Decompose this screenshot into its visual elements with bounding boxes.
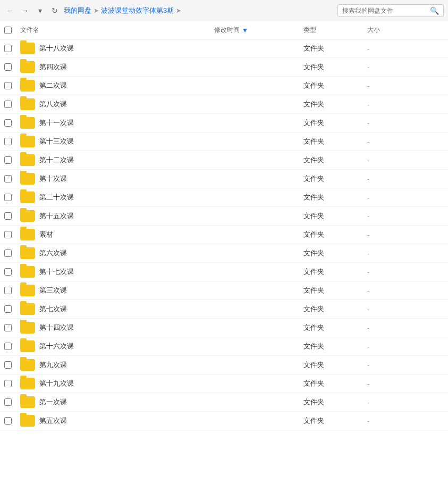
table-row[interactable]: 第十八次课 文件夹 - — [0, 39, 448, 58]
table-row[interactable]: 第二次课 文件夹 - — [0, 77, 448, 95]
row-checkbox-2[interactable] — [0, 82, 16, 89]
checkbox-4[interactable] — [4, 119, 12, 127]
row-checkbox-1[interactable] — [0, 63, 16, 71]
row-size-14: - — [363, 305, 416, 313]
row-name-text-7: 第十次课 — [39, 174, 67, 184]
folder-icon-10 — [20, 229, 35, 240]
row-checkbox-19[interactable] — [0, 398, 16, 406]
table-row[interactable]: 第二十次课 文件夹 - — [0, 188, 448, 207]
table-row[interactable]: 第八次课 文件夹 - — [0, 95, 448, 114]
row-size-13: - — [363, 287, 416, 295]
row-checkbox-12[interactable] — [0, 268, 16, 276]
row-size-4: - — [363, 119, 416, 127]
row-name-text-19: 第一次课 — [39, 397, 67, 407]
row-checkbox-16[interactable] — [0, 343, 16, 350]
table-row[interactable]: 第十七次课 文件夹 - — [0, 263, 448, 281]
search-button[interactable]: 🔍 — [430, 6, 439, 15]
table-row[interactable]: 第十二次课 文件夹 - — [0, 151, 448, 170]
row-name-7: 第十次课 — [16, 173, 214, 185]
select-all-checkbox[interactable] — [4, 27, 12, 34]
row-checkbox-5[interactable] — [0, 138, 16, 145]
search-input[interactable] — [342, 7, 427, 14]
row-checkbox-20[interactable] — [0, 417, 16, 425]
checkbox-7[interactable] — [4, 175, 12, 182]
row-type-1: 文件夹 — [299, 62, 363, 72]
checkbox-16[interactable] — [4, 343, 12, 350]
checkbox-11[interactable] — [4, 250, 12, 257]
folder-icon-18 — [20, 378, 35, 389]
row-checkbox-11[interactable] — [0, 250, 16, 257]
table-row[interactable]: 第十六次课 文件夹 - — [0, 337, 448, 356]
checkbox-2[interactable] — [4, 82, 12, 89]
refresh-button[interactable]: ↻ — [49, 5, 61, 16]
table-row[interactable]: 第一次课 文件夹 - — [0, 393, 448, 412]
row-size-9: - — [363, 212, 416, 220]
table-row[interactable]: 第十九次课 文件夹 - — [0, 375, 448, 393]
row-checkbox-3[interactable] — [0, 101, 16, 108]
row-type-17: 文件夹 — [299, 360, 363, 370]
checkbox-17[interactable] — [4, 361, 12, 369]
checkbox-3[interactable] — [4, 101, 12, 108]
table-row[interactable]: 第六次课 文件夹 - — [0, 244, 448, 263]
table-row[interactable]: 第十一次课 文件夹 - — [0, 114, 448, 132]
checkbox-5[interactable] — [4, 138, 12, 145]
row-checkbox-9[interactable] — [0, 212, 16, 220]
row-checkbox-6[interactable] — [0, 156, 16, 164]
folder-icon-11 — [20, 247, 35, 259]
breadcrumb: 我的网盘 ➤ 波波课堂动效字体第3期 ➤ — [64, 6, 334, 15]
dropdown-button[interactable]: ▾ — [34, 5, 46, 16]
table-row[interactable]: 第十四次课 文件夹 - — [0, 319, 448, 337]
row-name-text-4: 第十一次课 — [39, 118, 74, 128]
row-type-8: 文件夹 — [299, 193, 363, 202]
row-checkbox-8[interactable] — [0, 194, 16, 201]
table-row[interactable]: 第四次课 文件夹 - — [0, 58, 448, 77]
row-name-10: 素材 — [16, 229, 214, 240]
checkbox-13[interactable] — [4, 287, 12, 294]
breadcrumb-folder[interactable]: 波波课堂动效字体第3期 — [101, 6, 174, 15]
row-name-11: 第六次课 — [16, 247, 214, 259]
breadcrumb-mycloud[interactable]: 我的网盘 — [64, 6, 91, 15]
header-type: 类型 — [299, 26, 363, 35]
row-name-3: 第八次课 — [16, 98, 214, 110]
row-type-6: 文件夹 — [299, 155, 363, 165]
row-checkbox-10[interactable] — [0, 231, 16, 238]
forward-button[interactable]: → — [19, 5, 31, 16]
row-checkbox-18[interactable] — [0, 380, 16, 387]
checkbox-14[interactable] — [4, 305, 12, 313]
table-row[interactable]: 素材 文件夹 - — [0, 226, 448, 244]
row-name-text-16: 第十六次课 — [39, 342, 74, 351]
table-row[interactable]: 第十五次课 文件夹 - — [0, 207, 448, 226]
row-checkbox-17[interactable] — [0, 361, 16, 369]
checkbox-20[interactable] — [4, 417, 12, 425]
header-modified[interactable]: 修改时间 ▼ — [214, 26, 299, 35]
row-type-19: 文件夹 — [299, 397, 363, 407]
row-checkbox-0[interactable] — [0, 45, 16, 52]
row-name-text-14: 第七次课 — [39, 304, 67, 314]
row-checkbox-7[interactable] — [0, 175, 16, 182]
row-name-text-1: 第四次课 — [39, 62, 67, 72]
back-button[interactable]: ← — [4, 5, 16, 16]
table-row[interactable]: 第五次课 文件夹 - — [0, 412, 448, 430]
checkbox-0[interactable] — [4, 45, 12, 52]
table-row[interactable]: 第七次课 文件夹 - — [0, 300, 448, 319]
table-row[interactable]: 第三次课 文件夹 - — [0, 281, 448, 300]
checkbox-12[interactable] — [4, 268, 12, 276]
checkbox-15[interactable] — [4, 324, 12, 331]
table-row[interactable]: 第十次课 文件夹 - — [0, 170, 448, 188]
row-checkbox-14[interactable] — [0, 305, 16, 313]
checkbox-6[interactable] — [4, 156, 12, 164]
header-checkbox[interactable] — [0, 27, 16, 34]
row-name-text-6: 第十二次课 — [39, 155, 74, 165]
row-checkbox-4[interactable] — [0, 119, 16, 127]
table-row[interactable]: 第十三次课 文件夹 - — [0, 132, 448, 151]
checkbox-19[interactable] — [4, 398, 12, 406]
row-type-13: 文件夹 — [299, 286, 363, 295]
checkbox-1[interactable] — [4, 63, 12, 71]
checkbox-8[interactable] — [4, 194, 12, 201]
checkbox-10[interactable] — [4, 231, 12, 238]
checkbox-9[interactable] — [4, 212, 12, 220]
checkbox-18[interactable] — [4, 380, 12, 387]
row-checkbox-15[interactable] — [0, 324, 16, 331]
table-row[interactable]: 第九次课 文件夹 - — [0, 356, 448, 375]
row-checkbox-13[interactable] — [0, 287, 16, 294]
